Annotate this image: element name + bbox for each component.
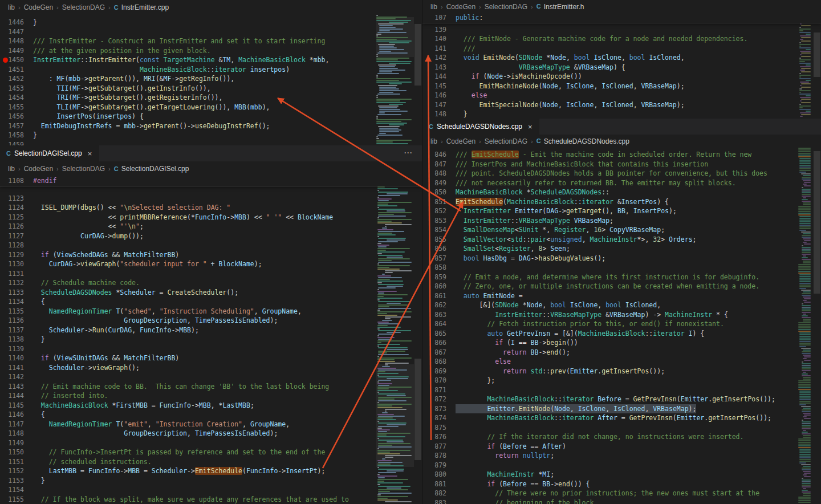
gutter[interactable]: 861 <box>422 291 456 301</box>
gutter[interactable]: 862 <box>422 300 456 310</box>
code-line[interactable]: 879 <box>422 461 821 470</box>
gutter[interactable]: 878 <box>422 451 456 461</box>
gutter[interactable]: 146 <box>422 91 456 100</box>
editor-actions-more-icon[interactable]: ⋯ <box>404 148 413 158</box>
code-line[interactable]: 145 EmitMachineNode(Node, IsClone, IsClo… <box>422 82 821 91</box>
code-line[interactable]: 848/// point. ScheduleDAGSDNodes holds a… <box>422 169 821 178</box>
code-line[interactable]: 856 SmallSet<Register, 8> Seen; <box>422 244 821 254</box>
code-line[interactable]: 1446} <box>0 18 422 27</box>
gutter[interactable]: 871 <box>422 385 456 395</box>
code-line[interactable]: 1130 CurDAG->viewGraph("scheduler input … <box>0 259 422 269</box>
gutter[interactable]: 875 <box>422 423 456 433</box>
gutter[interactable]: 1458 <box>0 131 33 140</box>
gutter[interactable]: 1450 <box>0 55 33 65</box>
scrollbar-slider[interactable] <box>814 151 820 294</box>
code-line[interactable]: 855 SmallVector<std::pair<unsigned, Mach… <box>422 235 821 245</box>
gutter[interactable]: 1139 <box>0 344 33 354</box>
code-line[interactable]: 867 return BB->end(); <box>422 348 821 357</box>
code-line[interactable]: 142 void EmitNode(SDNode *Node, bool IsC… <box>422 53 821 63</box>
code-line[interactable]: 871 <box>422 385 821 395</box>
breadcrumb-item[interactable]: CodeGen <box>24 165 53 173</box>
gutter[interactable]: 1152 <box>0 466 33 476</box>
code-line[interactable]: 872 MachineBasicBlock::iterator Before =… <box>422 395 821 404</box>
gutter[interactable]: 852 <box>422 206 456 216</box>
code-line[interactable]: 1129 if (ViewSchedDAGs && MatchFilterBB) <box>0 250 422 260</box>
gutter[interactable]: 147 <box>422 100 456 110</box>
code-line[interactable]: 1123 <box>0 194 422 204</box>
gutter[interactable]: 872 <box>422 395 456 404</box>
gutter[interactable]: 883 <box>422 498 456 504</box>
minimap[interactable] <box>798 148 813 504</box>
code-line[interactable]: 147 EmitSpecialNode(Node, IsClone, IsClo… <box>422 100 821 110</box>
scrollbar-slider[interactable] <box>814 32 820 77</box>
code-line[interactable]: 1135 NamedRegionTimer T("sched", "Instru… <box>0 307 422 316</box>
code-line[interactable]: 1155 // If the block was split, make sur… <box>0 495 422 504</box>
code-line[interactable]: 1128 <box>0 241 422 250</box>
breadcrumb-item[interactable]: lib <box>430 137 437 145</box>
gutter[interactable]: 1447 <box>0 27 33 37</box>
code-line[interactable]: 859 // Emit a node, and determine where … <box>422 273 821 282</box>
minimap[interactable] <box>798 13 813 119</box>
code-line[interactable]: 1133 ScheduleDAGSDNodes *Scheduler = Cre… <box>0 288 422 298</box>
gutter[interactable]: 1136 <box>0 316 33 326</box>
gutter[interactable]: 870 <box>422 376 456 385</box>
gutter[interactable]: 1144 <box>0 391 33 401</box>
scrollbar[interactable] <box>813 148 821 504</box>
code-line[interactable]: 874 MachineBasicBlock::iterator After = … <box>422 413 821 423</box>
gutter[interactable]: 1126 <box>0 222 33 231</box>
code-line[interactable]: 877 if (Before == After) <box>422 442 821 452</box>
code-line[interactable]: 851EmitSchedule(MachineBasicBlock::itera… <box>422 197 821 207</box>
code-line[interactable]: 876 // If the iterator did not change, n… <box>422 432 821 442</box>
breadcrumb-item[interactable]: lib <box>8 165 15 173</box>
code-line[interactable]: 1449/// at the given position in the giv… <box>0 46 422 56</box>
code-line[interactable]: 1147 NamedRegionTimer T("emit", "Instruc… <box>0 420 422 429</box>
code-line[interactable]: 865 auto GetPrevInsn = [&](MachineBasicB… <box>422 329 821 339</box>
code-line[interactable]: 144 if (Node->isMachineOpcode()) <box>422 72 821 82</box>
gutter[interactable]: 859 <box>422 273 456 282</box>
gutter[interactable]: 140 <box>422 34 456 44</box>
code-line[interactable]: 875 <box>422 423 821 433</box>
code-line[interactable]: 846/// EmitSchedule - Emit the machine c… <box>422 150 821 160</box>
code-line[interactable]: 1451 MachineBasicBlock::iterator insertp… <box>0 65 422 75</box>
code-line[interactable]: 1137 Scheduler->Run(CurDAG, FuncInfo->MB… <box>0 326 422 335</box>
gutter[interactable]: 139 <box>422 25 456 35</box>
code-line[interactable]: 140 /// EmitNode - Generate machine code… <box>422 34 821 44</box>
code-line[interactable]: 148 } <box>422 109 821 119</box>
breadcrumb-item[interactable]: ScheduleDAGSDNodes.cpp <box>544 137 629 145</box>
gutter[interactable]: 854 <box>422 225 456 235</box>
gutter[interactable]: 1133 <box>0 288 33 298</box>
code-line[interactable]: 1144 // inserted into. <box>0 391 422 401</box>
gutter[interactable]: 1128 <box>0 241 33 250</box>
gutter[interactable]: 1153 <box>0 476 33 486</box>
breakpoint-icon[interactable] <box>3 58 8 63</box>
code-line[interactable]: 1124 ISEL_DUMP(dbgs() << "\nSelected sel… <box>0 203 422 213</box>
gutter[interactable]: 1145 <box>0 401 33 410</box>
gutter[interactable]: 849 <box>422 178 456 188</box>
gutter[interactable]: 1154 <box>0 485 33 495</box>
code-line[interactable]: 866 if (I == BB->begin()) <box>422 338 821 348</box>
code-line[interactable]: 882 // There were no prior instructions;… <box>422 489 821 498</box>
scrollbar-slider[interactable] <box>414 24 421 86</box>
gutter[interactable]: 857 <box>422 254 456 263</box>
code-line[interactable]: 1459 <box>0 140 422 146</box>
gutter[interactable]: 1453 <box>0 84 33 94</box>
code-line[interactable]: 873 Emitter.EmitNode(Node, IsClone, IsCl… <box>422 404 821 414</box>
code-line[interactable]: 1132 // Schedule machine code. <box>0 278 422 288</box>
gutter[interactable]: 1142 <box>0 372 33 382</box>
code-line[interactable]: 862 [&](SDNode *Node, bool IsClone, bool… <box>422 300 821 310</box>
gutter[interactable]: 1127 <box>0 231 33 241</box>
gutter[interactable]: 846 <box>422 150 456 160</box>
code-line[interactable]: 1453 TII(MF->getSubtarget().getInstrInfo… <box>0 84 422 94</box>
code-line[interactable]: 1108#endif <box>0 176 422 186</box>
gutter[interactable]: 1457 <box>0 121 33 131</box>
gutter[interactable]: 882 <box>422 489 456 498</box>
code-line[interactable]: 1148 GroupDescription, TimePassesIsEnabl… <box>0 429 422 438</box>
code-line[interactable]: 858 <box>422 263 821 273</box>
breadcrumb-item[interactable]: InstrEmitter.h <box>544 3 584 11</box>
gutter[interactable]: 853 <box>422 216 456 226</box>
code-line[interactable]: 141 /// <box>422 44 821 54</box>
gutter[interactable]: 1135 <box>0 307 33 316</box>
scrollbar[interactable] <box>813 13 821 119</box>
code-line[interactable]: 1448/// InstrEmitter - Construct an Inst… <box>0 36 422 46</box>
code-line[interactable]: 1136 GroupDescription, TimePassesIsEnabl… <box>0 316 422 326</box>
